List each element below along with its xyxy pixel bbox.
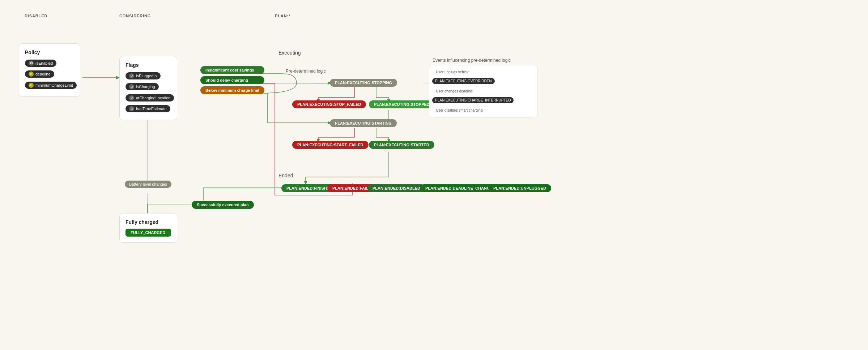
fully-charged-card: Fully charged FULLY_CHARGED — [119, 213, 177, 243]
executing-label: Executing — [278, 50, 301, 56]
flags-card: Flags ⊙ isPluggedIn ⊙ isCharging ⊙ atCha… — [119, 56, 177, 120]
stage-disabled-label: DISABLED — [25, 14, 47, 18]
policy-min-charge: ⊙ minimumChargeLimit — [25, 82, 77, 89]
node-starting: PLAN:EXECUTING:STARTING — [330, 119, 397, 127]
flag-is-plugged-in: ⊙ isPluggedIn — [125, 72, 161, 79]
should-delay-node: Should delay charging — [200, 76, 264, 84]
flag-is-charging: ⊙ isCharging — [125, 83, 159, 90]
power-icon: ⏻ — [29, 61, 34, 66]
plug-icon: ⊙ — [129, 73, 134, 78]
below-minimum-node: Below minimum charge limit — [200, 86, 264, 94]
events-label: Events influcencing pre-determined logic — [433, 58, 511, 63]
node-stop-failed: PLAN:EXECUTING:STOP_FAILED — [292, 100, 366, 108]
conditions-wrapper: Insignificant cost savings Should delay … — [200, 66, 264, 94]
battery-icon: ⊙ — [29, 83, 34, 88]
node-ended-disabled: PLAN:ENDED:DISABLED — [367, 184, 425, 192]
ended-label: Ended — [278, 173, 293, 178]
event-deadline-text: User changes deadline — [432, 87, 534, 95]
flag-has-time-estimate: ⊙ hasTimeEstimate — [125, 105, 170, 112]
event-unplug-text: User unplugs vehicle — [432, 68, 534, 76]
charging-icon: ⊙ — [129, 84, 134, 89]
policy-deadline: ⊙ deadline — [25, 70, 54, 78]
battery-level-changes: Battery level changes — [125, 181, 171, 188]
node-stopped: PLAN:EXECUTING:STOPPED — [369, 100, 435, 108]
predefined-logic-label: Pre-determined logic — [286, 69, 326, 74]
flags-title: Flags — [125, 62, 171, 68]
node-start-failed: PLAN:EXECUTING:START_FAILED — [292, 141, 369, 149]
node-stopping: PLAN:EXECUTING:STOPPING — [330, 79, 397, 87]
event-disable-text: User disables smart charging — [432, 107, 534, 114]
node-overridden: PLAN:EXECUTING:OVERRIDDEN — [432, 78, 495, 84]
events-box: User unplugs vehicle PLAN:EXECUTING:OVER… — [429, 65, 537, 117]
fully-charged-title: Fully charged — [125, 219, 171, 225]
node-started: PLAN:EXECUTING:STARTED — [369, 141, 434, 149]
flag-at-charging-location: ⊙ atChargingLocation — [125, 94, 174, 101]
location-icon: ⊙ — [129, 95, 134, 100]
policy-title: Policy — [25, 49, 74, 55]
node-success: Successfully executed plan — [192, 201, 254, 209]
stage-considering-label: CONSIDERING — [119, 14, 151, 18]
insignificant-node: Insignificant cost savings — [200, 66, 264, 74]
clock-icon: ⊙ — [29, 72, 34, 77]
time-icon: ⊙ — [129, 106, 134, 111]
node-ended-unplugged: PLAN:ENDED:UNPLUGGED — [488, 184, 551, 192]
policy-card: Policy ⏻ isEnabled ⊙ deadline ⊙ minimumC… — [19, 43, 80, 97]
policy-is-enabled: ⏻ isEnabled — [25, 60, 56, 67]
node-charge-interrupted: PLAN:EXECUTING:CHARGE_INTERRUPTED — [432, 97, 514, 103]
fully-charged-node: FULLY_CHARGED — [125, 229, 171, 237]
stage-plan-label: PLAN:* — [275, 14, 290, 18]
